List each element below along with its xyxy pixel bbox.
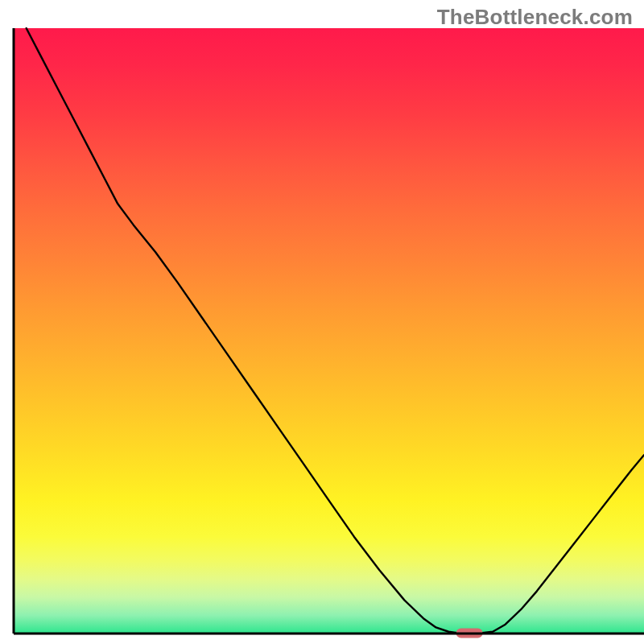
bottleneck-chart xyxy=(0,0,644,644)
watermark-text: TheBottleneck.com xyxy=(437,5,633,30)
chart-background xyxy=(14,28,644,634)
chart-container: TheBottleneck.com xyxy=(0,0,644,644)
